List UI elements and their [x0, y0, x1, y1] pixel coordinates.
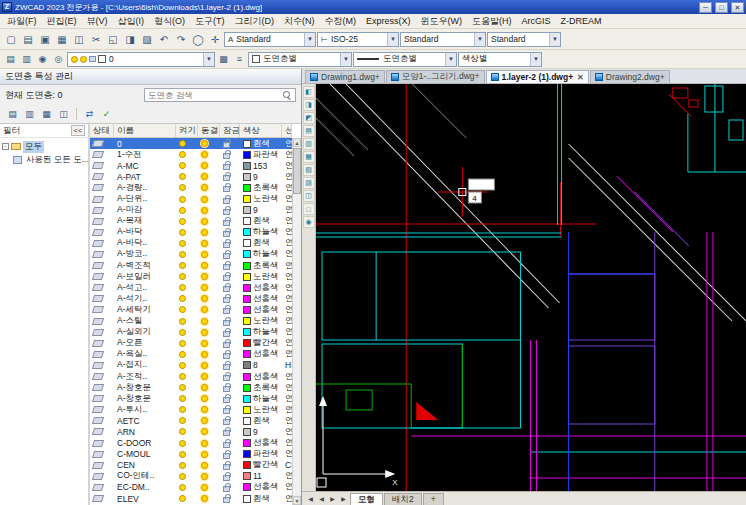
- layer-row[interactable]: EC-DM.. 선홍색 연속: [90, 482, 292, 493]
- close-button[interactable]: ✕: [731, 2, 744, 13]
- color-swatch[interactable]: [243, 406, 251, 414]
- lock-icon[interactable]: [223, 209, 230, 215]
- bulb-icon[interactable]: [179, 417, 186, 424]
- color-swatch[interactable]: [243, 173, 251, 181]
- bulb-icon[interactable]: [179, 384, 186, 391]
- layer-row[interactable]: A-경량.. 초록색 연속: [90, 182, 292, 193]
- cut-icon[interactable]: ✂: [88, 31, 104, 47]
- layer-row[interactable]: A-방코.. 하늘색 연속: [90, 249, 292, 260]
- sun-icon[interactable]: [201, 262, 208, 269]
- lock-icon[interactable]: [223, 464, 230, 470]
- menu-window[interactable]: 윈도우(W): [416, 14, 468, 29]
- sun-icon[interactable]: [201, 184, 208, 191]
- lock-icon[interactable]: [223, 297, 230, 303]
- bulb-icon[interactable]: [179, 140, 186, 147]
- col-linetype[interactable]: 선종류: [282, 124, 292, 137]
- sun-icon[interactable]: [201, 395, 208, 402]
- color-swatch[interactable]: [243, 361, 251, 369]
- layer-states-manager-icon[interactable]: ▦: [39, 107, 54, 122]
- bulb-icon[interactable]: [179, 406, 186, 413]
- nav-next-button[interactable]: ▶: [327, 495, 338, 502]
- color-swatch[interactable]: [243, 483, 251, 491]
- sun-icon[interactable]: [201, 362, 208, 369]
- open-file-icon[interactable]: ▤: [20, 31, 36, 47]
- sun-icon[interactable]: [80, 56, 87, 63]
- menu-dimension[interactable]: 치수(N): [279, 14, 320, 29]
- bulb-icon[interactable]: [179, 173, 186, 180]
- make-object-layer-current-icon[interactable]: ◉: [35, 52, 50, 67]
- bulb-icon[interactable]: [179, 284, 186, 291]
- layer-row[interactable]: A-목재 흰색 연속: [90, 216, 292, 227]
- scroll-down-icon[interactable]: ▼: [293, 496, 301, 505]
- bulb-icon[interactable]: [179, 207, 186, 214]
- color-swatch[interactable]: [243, 184, 251, 192]
- linetype-value[interactable]: 연속: [282, 271, 292, 282]
- sun-icon[interactable]: [201, 484, 208, 491]
- linetype-value[interactable]: 연속: [282, 227, 292, 238]
- sun-icon[interactable]: [201, 273, 208, 280]
- color-swatch[interactable]: [243, 317, 251, 325]
- lock-icon[interactable]: [223, 286, 230, 292]
- bulb-icon[interactable]: [179, 395, 186, 402]
- linetype-value[interactable]: 연속: [282, 304, 292, 315]
- bulb-icon[interactable]: [179, 440, 186, 447]
- color-swatch[interactable]: [243, 373, 251, 381]
- sun-icon[interactable]: [201, 196, 208, 203]
- layer-row[interactable]: 0 흰색 연속: [90, 138, 292, 149]
- color-swatch[interactable]: [243, 239, 251, 247]
- color-swatch[interactable]: [243, 295, 251, 303]
- linetype-value[interactable]: 연속: [282, 449, 292, 460]
- new-group-filter-icon[interactable]: ▥: [22, 107, 37, 122]
- bulb-icon[interactable]: [179, 240, 186, 247]
- linetype-value[interactable]: 연속: [282, 249, 292, 260]
- menu-edit[interactable]: 편집(E): [42, 14, 82, 29]
- bulb-icon[interactable]: [71, 56, 78, 63]
- menu-file[interactable]: 파일(F): [2, 14, 42, 29]
- bulb-icon[interactable]: [179, 196, 186, 203]
- menu-zdream[interactable]: Z-DREAM: [556, 15, 607, 27]
- pan-tool-icon[interactable]: ◧: [303, 86, 315, 98]
- sun-icon[interactable]: [201, 451, 208, 458]
- color-swatch[interactable]: [243, 450, 251, 458]
- lock-icon[interactable]: [223, 453, 230, 459]
- scrollbar-thumb[interactable]: [293, 148, 301, 194]
- mleader-style-combo[interactable]: Standard ▼: [487, 32, 561, 47]
- color-swatch[interactable]: [243, 262, 251, 270]
- layer-states-icon[interactable]: ▥: [19, 52, 34, 67]
- zoom-realtime-icon[interactable]: ◯: [190, 31, 206, 47]
- linetype-value[interactable]: CEN: [282, 460, 292, 471]
- lock-icon[interactable]: [223, 198, 230, 204]
- layer-row[interactable]: A-석고.. 선홍색 연속: [90, 282, 292, 293]
- color-swatch[interactable]: [243, 206, 251, 214]
- lock-icon[interactable]: [223, 231, 230, 237]
- layer-row[interactable]: CEN 빨간색 CEN: [90, 460, 292, 471]
- linetype-value[interactable]: 연속: [282, 382, 292, 393]
- lock-icon[interactable]: [89, 56, 96, 62]
- layer-row[interactable]: A-창호문 하늘색 연속: [90, 393, 292, 404]
- linetype-value[interactable]: 연속: [282, 193, 292, 204]
- lock-icon[interactable]: [223, 320, 230, 326]
- menu-express[interactable]: Express(X): [361, 15, 416, 27]
- sun-icon[interactable]: [201, 251, 208, 258]
- bulb-icon[interactable]: [179, 262, 186, 269]
- chevron-down-icon[interactable]: ▼: [445, 53, 456, 66]
- menu-draw[interactable]: 그리기(D): [230, 14, 280, 29]
- color-swatch[interactable]: [243, 495, 251, 503]
- linetype-value[interactable]: 연속: [282, 138, 292, 149]
- bulb-icon[interactable]: [179, 340, 186, 347]
- linetype-value[interactable]: 연속: [282, 371, 292, 382]
- layer-row[interactable]: A-바닥.. 흰색 연속: [90, 238, 292, 249]
- col-status[interactable]: 상태: [90, 124, 114, 137]
- lock-icon[interactable]: [223, 153, 230, 159]
- layer-row[interactable]: A-실외기 하늘색 연속: [90, 327, 292, 338]
- layer-row[interactable]: A-세탁기 선홍색 연속: [90, 304, 292, 315]
- sun-icon[interactable]: [201, 406, 208, 413]
- lock-icon[interactable]: [223, 175, 230, 181]
- chevron-down-icon[interactable]: ▼: [203, 53, 214, 66]
- color-swatch[interactable]: [243, 306, 251, 314]
- linetype-value[interactable]: 연속: [282, 349, 292, 360]
- maximize-button[interactable]: □: [715, 2, 728, 13]
- sun-icon[interactable]: [201, 295, 208, 302]
- plot-preview-icon[interactable]: ◫: [71, 31, 87, 47]
- layer-row[interactable]: A-오픈 빨간색 연속: [90, 338, 292, 349]
